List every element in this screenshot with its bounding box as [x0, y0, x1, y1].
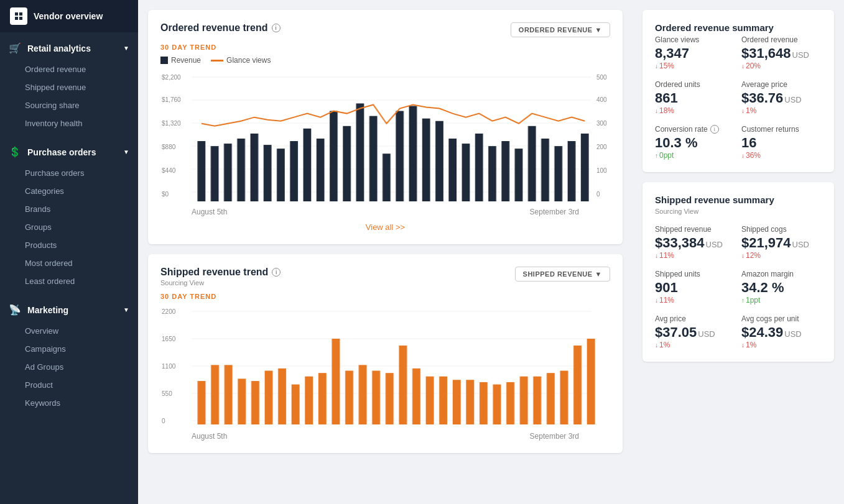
- ordered-revenue-metrics-grid: Glance views 8,347 ↓15% Ordered revenue …: [655, 35, 822, 160]
- average-price-label: Average price: [741, 80, 822, 89]
- retail-chevron: ▼: [123, 45, 129, 52]
- app-logo: [10, 7, 27, 25]
- shipped-revenue-canvas: [160, 305, 610, 429]
- amazon-margin-label: Amazon margin: [741, 270, 822, 278]
- average-price-change: ↓1%: [741, 106, 822, 115]
- conversion-rate-info-icon[interactable]: i: [710, 125, 719, 134]
- shipped-units-change: ↓11%: [655, 296, 735, 305]
- ordered-revenue-change: ↓20%: [741, 62, 822, 70]
- shipped-revenue-trend-label: 30 DAY TREND: [160, 293, 610, 300]
- metric-shipped-cogs: Shipped cogs $21,974USD ↓12%: [741, 225, 822, 260]
- shipped-revenue-label: Shipped revenue: [655, 225, 735, 234]
- ordered-revenue-chart-header: Ordered revenue trend i ORDERED REVENUE …: [160, 22, 610, 37]
- shipped-cogs-label: Shipped cogs: [741, 225, 822, 234]
- app-title: Vendor overview: [34, 11, 103, 21]
- sidebar-item-campaigns[interactable]: Campaigns: [0, 340, 138, 358]
- sidebar-item-products[interactable]: Products: [0, 236, 138, 254]
- ordered-revenue-button[interactable]: ORDERED REVENUE ▼: [511, 22, 610, 37]
- sidebar-section-purchase-header[interactable]: 💲 Purchase orders ▼: [0, 140, 138, 164]
- shipped-revenue-chart-container: 2200 1650 1100 550 0: [160, 305, 610, 429]
- sidebar-item-least-ordered[interactable]: Least ordered: [0, 272, 138, 290]
- metric-conversion-rate: Conversion rate i 10.3 % ↑0ppt: [655, 125, 735, 160]
- ordered-revenue-value: $31,648USD: [741, 45, 822, 62]
- summary-area: Ordered revenue summary Glance views 8,3…: [633, 0, 844, 504]
- glance-views-label: Glance views: [655, 35, 735, 44]
- customer-returns-label: Customer returns: [741, 125, 822, 134]
- shipped-revenue-summary-subtitle: Sourcing View: [655, 208, 822, 215]
- avg-price-label: Avg price: [655, 314, 735, 323]
- sidebar-section-retail-header[interactable]: 🛒 Retail analytics ▼: [0, 36, 138, 60]
- sidebar-item-groups[interactable]: Groups: [0, 218, 138, 236]
- shipped-units-label: Shipped units: [655, 270, 735, 278]
- conversion-rate-value: 10.3 %: [655, 135, 735, 151]
- ordered-revenue-btn-arrow: ▼: [595, 26, 602, 34]
- ordered-revenue-summary-title: Ordered revenue summary: [655, 22, 822, 33]
- ordered-revenue-summary-card: Ordered revenue summary Glance views 8,3…: [642, 10, 834, 172]
- ordered-revenue-trend-label: 30 DAY TREND: [160, 44, 610, 51]
- sidebar-item-categories[interactable]: Categories: [0, 182, 138, 200]
- sidebar-item-ad-groups[interactable]: Ad Groups: [0, 358, 138, 376]
- ordered-units-change: ↓18%: [655, 106, 735, 115]
- shipped-revenue-chart-header: Shipped revenue trend i Sourcing View SH…: [160, 267, 610, 286]
- glance-views-change: ↓15%: [655, 62, 735, 70]
- marketing-icon: 📡: [9, 304, 21, 316]
- sidebar: Vendor overview 🛒 Retail analytics ▼ Ord…: [0, 0, 138, 504]
- sidebar-item-inventory-health[interactable]: Inventory health: [0, 114, 138, 132]
- sidebar-section-retail: 🛒 Retail analytics ▼ Ordered revenue Shi…: [0, 32, 138, 136]
- shipped-revenue-title-block: Shipped revenue trend i Sourcing View: [160, 267, 281, 286]
- sidebar-item-brands[interactable]: Brands: [0, 200, 138, 218]
- sidebar-item-sourcing-share[interactable]: Sourcing share: [0, 96, 138, 114]
- sidebar-item-most-ordered[interactable]: Most ordered: [0, 254, 138, 272]
- shipped-revenue-date-range: August 5th September 3rd: [160, 432, 610, 441]
- metric-glance-views: Glance views 8,347 ↓15%: [655, 35, 735, 70]
- customer-returns-change: ↓36%: [741, 151, 822, 160]
- sidebar-section-marketing-header[interactable]: 📡 Marketing ▼: [0, 298, 138, 322]
- ordered-revenue-date-range: August 5th September 3rd: [160, 208, 610, 216]
- sidebar-item-ordered-revenue[interactable]: Ordered revenue: [0, 60, 138, 78]
- main-content: Ordered revenue trend i ORDERED REVENUE …: [138, 0, 844, 504]
- shipped-revenue-metrics-grid: Shipped revenue $33,384USD ↓11% Shipped …: [655, 225, 822, 349]
- legend-glance: Glance views: [211, 56, 271, 65]
- ordered-revenue-info-icon[interactable]: i: [272, 24, 281, 32]
- sidebar-item-overview[interactable]: Overview: [0, 322, 138, 340]
- sidebar-item-shipped-revenue[interactable]: Shipped revenue: [0, 78, 138, 96]
- retail-icon: 🛒: [9, 42, 21, 54]
- ordered-revenue-chart-title: Ordered revenue trend i: [160, 22, 281, 34]
- ordered-units-value: 861: [655, 90, 735, 106]
- ordered-revenue-chart-card: Ordered revenue trend i ORDERED REVENUE …: [148, 10, 623, 244]
- svg-rect-0: [15, 12, 18, 16]
- sidebar-item-keywords[interactable]: Keywords: [0, 394, 138, 412]
- sidebar-section-marketing: 📡 Marketing ▼ Overview Campaigns Ad Grou…: [0, 294, 138, 416]
- glance-views-value: 8,347: [655, 45, 735, 62]
- amazon-margin-value: 34.2 %: [741, 280, 822, 296]
- content-area: Ordered revenue trend i ORDERED REVENUE …: [138, 0, 844, 504]
- shipped-revenue-change: ↓11%: [655, 251, 735, 260]
- ordered-revenue-view-all[interactable]: View all >>: [160, 222, 610, 232]
- shipped-revenue-summary-card: Shipped revenue summary Sourcing View Sh…: [642, 182, 834, 362]
- legend-glance-line: [211, 60, 223, 62]
- svg-rect-2: [15, 17, 18, 20]
- marketing-section-label: Marketing: [27, 305, 68, 315]
- legend-revenue: Revenue: [160, 56, 201, 65]
- purchase-section-label: Purchase orders: [27, 147, 96, 157]
- avg-cogs-change: ↓1%: [741, 341, 822, 349]
- sidebar-item-product-mkt[interactable]: Product: [0, 376, 138, 394]
- shipped-revenue-button[interactable]: SHIPPED REVENUE ▼: [515, 267, 610, 282]
- conversion-rate-label: Conversion rate i: [655, 125, 735, 134]
- conversion-rate-change: ↑0ppt: [655, 151, 735, 160]
- purchase-icon: 💲: [9, 146, 21, 158]
- avg-cogs-label: Avg cogs per unit: [741, 314, 822, 323]
- metric-avg-price: Avg price $37.05USD ↓1%: [655, 314, 735, 349]
- shipped-revenue-info-icon[interactable]: i: [272, 268, 281, 277]
- sidebar-item-purchase-orders[interactable]: Purchase orders: [0, 164, 138, 182]
- shipped-revenue-summary-title: Shipped revenue summary: [655, 195, 822, 205]
- app-header: Vendor overview: [0, 0, 138, 32]
- purchase-chevron: ▼: [123, 149, 129, 155]
- ordered-revenue-title-block: Ordered revenue trend i: [160, 22, 281, 34]
- metric-ordered-units: Ordered units 861 ↓18%: [655, 80, 735, 115]
- metric-average-price: Average price $36.76USD ↓1%: [741, 80, 822, 115]
- metric-ordered-revenue: Ordered revenue $31,648USD ↓20%: [741, 35, 822, 70]
- avg-price-value: $37.05USD: [655, 324, 735, 341]
- ordered-revenue-canvas: [160, 71, 610, 208]
- ordered-revenue-chart-container: $2,200 $1,760 $1,320 $880 $440 $0 500 40…: [160, 71, 610, 208]
